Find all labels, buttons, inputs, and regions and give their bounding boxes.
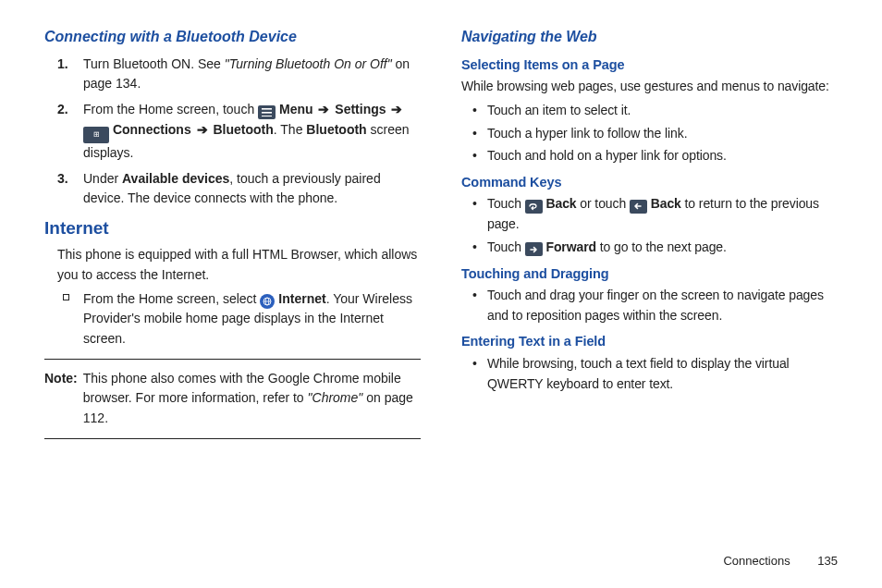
selecting-intro: While browsing web pages, use gestures a… <box>461 77 838 97</box>
back-curve-icon <box>525 200 543 214</box>
step-text: Under <box>83 171 122 186</box>
list-item: Touch a hyper link to follow the link. <box>472 124 838 144</box>
bullet-text: to go to the next page. <box>600 239 727 254</box>
bluetooth-steps: 1. Turn Bluetooth ON. See "Turning Bluet… <box>44 55 421 209</box>
step-3: 3. Under Available devices, touch a prev… <box>67 169 421 209</box>
cross-ref: "Chrome" <box>308 390 363 405</box>
forward-arrow-icon <box>525 242 543 256</box>
heading-bluetooth: Connecting with a Bluetooth Device <box>44 26 421 49</box>
selecting-bullets: Touch an item to select it. Touch a hype… <box>461 101 838 166</box>
step-text: From the Home screen, select <box>83 291 260 306</box>
divider <box>44 438 421 439</box>
command-bullets: Touch Back or touch Back to return to th… <box>461 194 838 257</box>
menu-label: Menu <box>279 102 313 116</box>
subheading-command-keys: Command Keys <box>461 172 838 192</box>
bullet-text: Touch <box>487 196 525 211</box>
subheading-touching: Touching and Dragging <box>461 263 838 284</box>
list-item: Touch Forward to go to the next page. <box>472 238 838 258</box>
list-item: Touch and drag your finger on the screen… <box>472 286 838 325</box>
right-column: Navigating the Web Selecting Items on a … <box>461 26 838 448</box>
step-number: 1. <box>57 55 68 75</box>
internet-step: From the Home screen, select Internet. Y… <box>44 289 421 349</box>
back-arrow-icon <box>630 200 647 214</box>
note-label: Note: <box>44 369 78 429</box>
list-item: Touch Back or touch Back to return to th… <box>472 194 838 234</box>
back-label: Back <box>651 196 681 211</box>
forward-label: Forward <box>545 239 596 254</box>
step-2: 2. From the Home screen, touch Menu ➔ Se… <box>67 100 421 163</box>
subheading-entering: Entering Text in a Field <box>461 331 838 351</box>
entering-bullets: While browsing, touch a text field to di… <box>461 354 838 394</box>
divider <box>44 359 421 360</box>
step-text: From the Home screen, touch <box>83 102 258 116</box>
internet-label: Internet <box>278 291 325 306</box>
connections-label: Connections <box>113 122 191 137</box>
step-text: . The <box>274 122 307 137</box>
globe-icon <box>260 294 275 309</box>
bullet-text: or touch <box>580 196 630 211</box>
note-body: This phone also comes with the Google Ch… <box>83 369 421 429</box>
cross-ref: "Turning Bluetooth On or Off" <box>225 56 392 71</box>
subheading-selecting: Selecting Items on a Page <box>461 55 838 75</box>
bluetooth-label: Bluetooth <box>213 122 273 137</box>
menu-icon <box>258 105 276 119</box>
left-column: Connecting with a Bluetooth Device 1. Tu… <box>44 26 421 448</box>
heading-navigating: Navigating the Web <box>461 26 838 49</box>
arrow-icon: ➔ <box>195 122 210 137</box>
available-devices-label: Available devices <box>122 171 229 186</box>
square-bullet-icon <box>63 294 69 300</box>
bullet-text: Touch <box>487 239 525 254</box>
internet-intro: This phone is equipped with a full HTML … <box>57 245 421 285</box>
note: Note: This phone also comes with the Goo… <box>44 369 421 429</box>
heading-internet: Internet <box>44 214 421 241</box>
step-1: 1. Turn Bluetooth ON. See "Turning Bluet… <box>67 55 421 94</box>
list-item: Touch an item to select it. <box>472 101 838 121</box>
arrow-icon: ➔ <box>389 102 404 116</box>
step-text: Turn Bluetooth ON. See <box>83 56 225 71</box>
step-number: 2. <box>57 100 68 120</box>
arrow-icon: ➔ <box>316 102 331 116</box>
footer-section: Connections <box>723 554 790 568</box>
settings-label: Settings <box>335 102 386 116</box>
bluetooth-label: Bluetooth <box>306 122 366 137</box>
step-number: 3. <box>57 169 68 190</box>
list-item: While browsing, touch a text field to di… <box>472 354 838 394</box>
footer-page-number: 135 <box>817 554 838 568</box>
back-label: Back <box>545 196 576 211</box>
connections-icon: ⊞ <box>83 127 109 143</box>
list-item: Touch and hold on a hyper link for optio… <box>472 146 838 166</box>
page-footer: Connections 135 <box>723 554 838 568</box>
touching-bullets: Touch and drag your finger on the screen… <box>461 286 838 325</box>
